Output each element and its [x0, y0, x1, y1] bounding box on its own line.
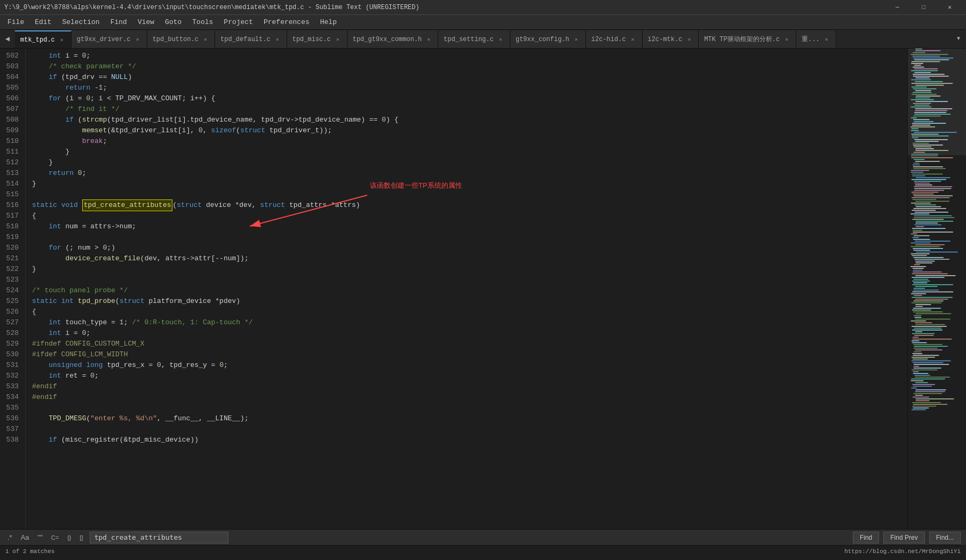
find-highlight-button[interactable]: C=	[49, 533, 61, 542]
tab-tpd-misc[interactable]: tpd_misc.c ✕	[287, 30, 347, 48]
tab-bar: ◀ mtk_tpd.c ✕ gt9xx_driver.c ✕ tpd_butto…	[0, 30, 966, 49]
tab-close-icon[interactable]: ✕	[573, 36, 580, 43]
find-button[interactable]: Find	[853, 532, 879, 543]
find-case-button[interactable]: Aa	[19, 532, 31, 542]
code-line-517: {	[32, 211, 907, 221]
main-area: 502 503 504 505 506 507 508 509 510 511 …	[0, 49, 966, 529]
match-info: 1 of 2 matches	[5, 548, 54, 555]
code-line-518: int num = attrs->num;	[32, 221, 907, 232]
tab-more[interactable]: 重... ✕	[796, 30, 836, 48]
code-line-527: int touch_type = 1; /* 0:R-touch, 1: Cap…	[32, 317, 907, 328]
url-info: https://blog.csdn.net/MrDongShiYi	[844, 548, 961, 555]
code-line-513: return 0;	[32, 168, 907, 179]
tab-label: i2c-hid.c	[591, 36, 626, 43]
menu-edit[interactable]: Edit	[29, 15, 57, 30]
find-in-sel-button[interactable]: []	[78, 533, 85, 542]
tab-close-icon[interactable]: ✕	[202, 36, 209, 43]
tab-label: 重...	[802, 35, 820, 44]
code-line-504: if (tpd_drv == NULL)	[32, 72, 907, 83]
tab-close-icon[interactable]: ✕	[685, 36, 693, 43]
code-line-538: if (misc_register(&tpd_misc_device))	[32, 435, 907, 445]
menu-file[interactable]: File	[2, 15, 29, 30]
find-input[interactable]: tpd_create_attributes	[90, 532, 228, 543]
code-line-516: static void tpd_create_attributes(struct…	[32, 200, 907, 211]
tab-close-icon[interactable]: ✕	[334, 36, 342, 43]
tab-close-icon[interactable]: ✕	[629, 36, 637, 43]
code-content[interactable]: int i = 0; /* check parameter */ if (tpd…	[26, 49, 907, 529]
code-line-511: }	[32, 147, 907, 157]
tab-close-icon[interactable]: ✕	[497, 36, 504, 43]
code-line-509: memset(&tpd_driver_list[i], 0, sizeof(st…	[32, 125, 907, 136]
code-line-510: break;	[32, 136, 907, 147]
tab-mtk-tp-analysis[interactable]: MTK TP驱动框架的分析.c ✕	[699, 30, 796, 48]
bottom-bar: 1 of 2 matches https://blog.csdn.net/MrD…	[0, 545, 966, 557]
tab-gt9xx-driver[interactable]: gt9xx_driver.c ✕	[72, 30, 147, 48]
tab-close-icon[interactable]: ✕	[274, 36, 281, 43]
tab-label: tpd_button.c	[153, 36, 199, 43]
tab-label: mtk_tpd.c	[20, 36, 55, 44]
menu-selection[interactable]: Selection	[57, 15, 105, 30]
menu-project[interactable]: Project	[218, 15, 258, 30]
maximize-button[interactable]: □	[912, 0, 936, 15]
tab-overflow-button[interactable]: ▼	[951, 30, 966, 48]
code-line-512: }	[32, 157, 907, 168]
close-button[interactable]: ✕	[938, 0, 962, 15]
line-numbers: 502 503 504 505 506 507 508 509 510 511 …	[0, 49, 26, 529]
tab-scroll-left[interactable]: ◀	[0, 30, 15, 48]
code-line-533: #endif	[32, 381, 907, 392]
menu-bar: File Edit Selection Find View Goto Tools…	[0, 15, 966, 30]
code-line-528: int i = 0;	[32, 328, 907, 339]
tab-label: gt9xx_config.h	[516, 36, 569, 43]
code-line-529: #ifndef CONFIG_CUSTOM_LCM_X	[32, 339, 907, 349]
tab-tpd-setting[interactable]: tpd_setting.c ✕	[438, 30, 510, 48]
tab-tpd-default[interactable]: tpd_default.c ✕	[215, 30, 287, 48]
code-line-535	[32, 403, 907, 413]
tab-mtk-tpd[interactable]: mtk_tpd.c ✕	[15, 30, 72, 48]
code-line-507: /* find it */	[32, 104, 907, 115]
find-regex-button[interactable]: .*	[5, 532, 14, 542]
tab-label: i2c-mtk.c	[648, 36, 683, 43]
tab-close-icon[interactable]: ✕	[134, 36, 141, 43]
tab-close-icon[interactable]: ✕	[783, 36, 790, 43]
find-word-button[interactable]: ""	[36, 532, 45, 542]
code-line-519	[32, 232, 907, 243]
menu-tools[interactable]: Tools	[187, 15, 218, 30]
tab-i2c-mtk[interactable]: i2c-mtk.c ✕	[643, 30, 699, 48]
app-title: Y:\9_0\work2\8788\alps\kernel-4.4\driver…	[4, 4, 419, 11]
code-line-523	[32, 275, 907, 285]
code-line-520: for (; num > 0;)	[32, 243, 907, 253]
code-line-506: for (i = 0; i < TP_DRV_MAX_COUNT; i++) {	[32, 93, 907, 104]
code-line-524: /* touch panel probe */	[32, 285, 907, 296]
minimize-button[interactable]: ─	[885, 0, 909, 15]
title-bar: Y:\9_0\work2\8788\alps\kernel-4.4\driver…	[0, 0, 966, 15]
menu-goto[interactable]: Goto	[160, 15, 187, 30]
tab-label: gt9xx_driver.c	[77, 36, 131, 43]
menu-help[interactable]: Help	[315, 15, 342, 30]
code-line-515	[32, 189, 907, 200]
code-line-530: #ifdef CONFIG_LCM_WIDTH	[32, 349, 907, 360]
tab-tpd-button[interactable]: tpd_button.c ✕	[147, 30, 215, 48]
tab-close-icon[interactable]: ✕	[425, 36, 432, 43]
minimap[interactable]	[907, 49, 966, 529]
tab-tpd-gt9xx-common[interactable]: tpd_gt9xx_common.h ✕	[347, 30, 439, 48]
find-wrap-button[interactable]: {}	[65, 533, 73, 542]
code-line-514: }	[32, 179, 907, 189]
code-line-521: device_create_file(dev, attrs->attr[--nu…	[32, 253, 907, 264]
code-line-526: {	[32, 307, 907, 317]
code-line-531: unsigned long tpd_res_x = 0, tpd_res_y =…	[32, 360, 907, 371]
tab-i2c-hid[interactable]: i2c-hid.c ✕	[586, 30, 643, 48]
find-bar: .* Aa "" C= {} [] tpd_create_attributes …	[0, 529, 966, 545]
tab-gt9xx-config[interactable]: gt9xx_config.h ✕	[510, 30, 586, 48]
menu-find[interactable]: Find	[105, 15, 132, 30]
tab-close-icon[interactable]: ✕	[823, 36, 830, 43]
code-line-537	[32, 424, 907, 435]
menu-view[interactable]: View	[132, 15, 160, 30]
tab-label: tpd_misc.c	[292, 36, 331, 43]
tab-close-icon[interactable]: ✕	[58, 36, 66, 44]
menu-preferences[interactable]: Preferences	[258, 15, 315, 30]
find-next-button[interactable]: Find...	[929, 532, 961, 543]
code-line-508: if (strcmp(tpd_driver_list[i].tpd_device…	[32, 115, 907, 125]
find-prev-button[interactable]: Find Prev	[883, 532, 924, 543]
code-editor[interactable]: 502 503 504 505 506 507 508 509 510 511 …	[0, 49, 966, 529]
tab-label: tpd_setting.c	[444, 36, 494, 43]
